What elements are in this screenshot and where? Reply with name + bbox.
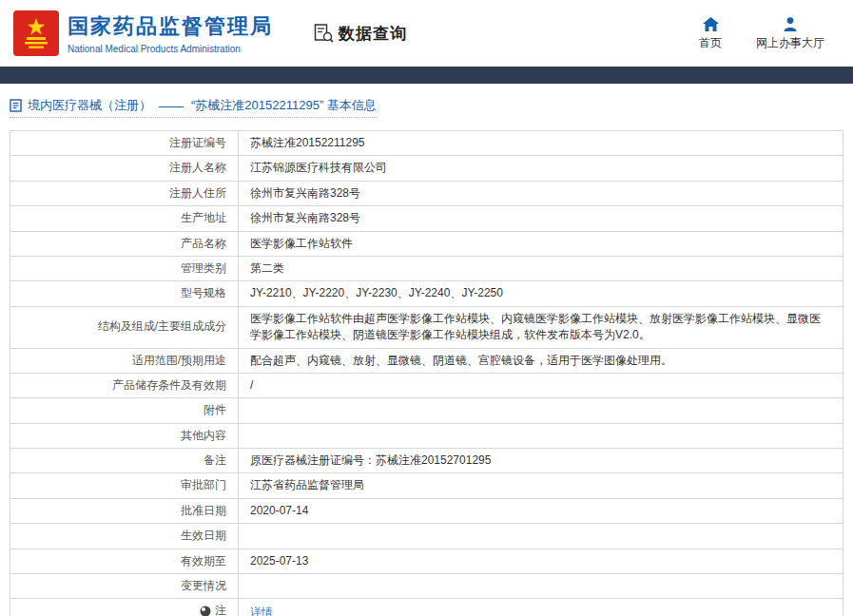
home-icon (703, 16, 719, 31)
field-label: 管理类别 (10, 256, 239, 280)
field-label: 附件 (10, 398, 239, 423)
data-query-label: 数据查询 (339, 23, 407, 45)
breadcrumb: 境内医疗器械（注册） —— “苏械注准20152211295” 基本信息 (10, 97, 853, 118)
field-value: 苏械注准20152211295 (239, 131, 843, 156)
field-label: 型号规格 (10, 281, 239, 306)
field-value (239, 524, 843, 549)
field-value: 医学影像工作站软件由超声医学影像工作站模块、内窥镜医学影像工作站模块、放射医学影… (239, 306, 843, 348)
nav-home-label: 首页 (699, 35, 722, 51)
table-row: 管理类别 第二类 (10, 256, 843, 280)
table-row: 备注 原医疗器械注册证编号：苏械注准20152701295 (10, 449, 843, 473)
field-value: 江苏省药品监督管理局 (239, 473, 843, 498)
field-value: / (239, 373, 843, 397)
field-label: 生效日期 (10, 524, 239, 549)
field-label: 其他内容 (10, 423, 239, 448)
field-label: 备注 (10, 449, 239, 473)
field-value (239, 398, 843, 423)
table-row: 产品储存条件及有效期 / (10, 373, 843, 397)
page-header: 国家药品监督管理局 National Medical Products Admi… (0, 0, 853, 67)
national-emblem-logo (13, 10, 59, 56)
detail-link[interactable]: 详情 (250, 606, 273, 616)
table-row: 生产地址 徐州市复兴南路328号 (10, 206, 843, 231)
table-row: 型号规格 JY-2210、JY-2220、JY-2230、JY-2240、JY-… (10, 281, 843, 306)
field-value: 第二类 (239, 256, 843, 280)
nav-service-hall-label: 网上办事大厅 (756, 35, 824, 51)
table-row: 产品名称 医学影像工作站软件 (10, 231, 843, 256)
main-nav-bar (0, 67, 853, 84)
field-label: 产品名称 (10, 231, 239, 256)
field-value: 原医疗器械注册证编号：苏械注准20152701295 (239, 449, 843, 473)
table-row: 变更情况 (10, 574, 843, 599)
field-label: 注册人名称 (10, 156, 239, 181)
field-label: 产品储存条件及有效期 (10, 373, 239, 397)
note-label: 注 (215, 603, 226, 616)
breadcrumb-category: 境内医疗器械（注册） (28, 97, 151, 114)
table-row: 审批部门 江苏省药品监督管理局 (10, 473, 843, 498)
field-label: 生产地址 (10, 206, 239, 231)
org-name-cn: 国家药品监督管理局 (68, 12, 273, 41)
registration-info-table-wrap: 注册证编号 苏械注准20152211295 注册人名称 江苏锦源医疗科技有限公司… (10, 130, 843, 616)
field-value: JY-2210、JY-2220、JY-2230、JY-2240、JY-2250 (239, 281, 843, 306)
field-label: 注册人住所 (10, 181, 239, 205)
table-row: 结构及组成/主要组成成分 医学影像工作站软件由超声医学影像工作站模块、内窥镜医学… (10, 306, 843, 348)
table-row: 注册人住所 徐州市复兴南路328号 (10, 181, 843, 205)
document-search-icon (313, 23, 334, 44)
data-query-heading: 数据查询 (313, 23, 407, 45)
field-value (239, 574, 843, 599)
field-value: 详情 (239, 599, 843, 616)
field-label: 有效期至 (10, 549, 239, 573)
field-value: 2020-07-14 (239, 498, 843, 523)
table-row: 注册证编号 苏械注准20152211295 (10, 131, 843, 156)
field-label: 注 (10, 599, 239, 616)
field-label: 适用范围/预期用途 (10, 348, 239, 373)
table-row: 附件 (10, 398, 843, 423)
header-nav: 首页 网上办事大厅 (699, 16, 824, 51)
org-title-block: 国家药品监督管理局 National Medical Products Admi… (68, 12, 273, 54)
table-row: 适用范围/预期用途 配合超声、内窥镜、放射、显微镜、阴道镜、宫腔镜设备，适用于医… (10, 348, 843, 373)
page-title: “苏械注准20152211295” 基本信息 (191, 97, 377, 114)
field-value: 江苏锦源医疗科技有限公司 (239, 156, 843, 181)
table-row: 生效日期 (10, 524, 843, 549)
note-icon (200, 606, 211, 616)
field-value: 徐州市复兴南路328号 (239, 181, 843, 205)
field-value: 医学影像工作站软件 (239, 231, 843, 256)
field-label: 变更情况 (10, 574, 239, 599)
field-value: 徐州市复兴南路328号 (239, 206, 843, 231)
table-row: 其他内容 (10, 423, 843, 448)
nav-home[interactable]: 首页 (699, 16, 722, 51)
org-name-en: National Medical Products Administration (68, 44, 273, 54)
table-row: 注 详情 (10, 599, 843, 616)
field-label: 审批部门 (10, 473, 239, 498)
field-label: 注册证编号 (10, 131, 239, 156)
document-icon (10, 99, 22, 112)
breadcrumb-separator: —— (159, 99, 184, 113)
field-value: 配合超声、内窥镜、放射、显微镜、阴道镜、宫腔镜设备，适用于医学图像处理用。 (239, 348, 843, 373)
person-icon (783, 16, 798, 31)
field-label: 结构及组成/主要组成成分 (10, 306, 239, 348)
field-value (239, 423, 843, 448)
nav-service-hall[interactable]: 网上办事大厅 (756, 16, 824, 51)
table-row: 有效期至 2025-07-13 (10, 549, 843, 573)
field-value: 2025-07-13 (239, 549, 843, 573)
field-label: 批准日期 (10, 498, 239, 523)
table-row: 注册人名称 江苏锦源医疗科技有限公司 (10, 156, 843, 181)
table-row: 批准日期 2020-07-14 (10, 498, 843, 523)
registration-info-table: 注册证编号 苏械注准20152211295 注册人名称 江苏锦源医疗科技有限公司… (10, 130, 843, 616)
